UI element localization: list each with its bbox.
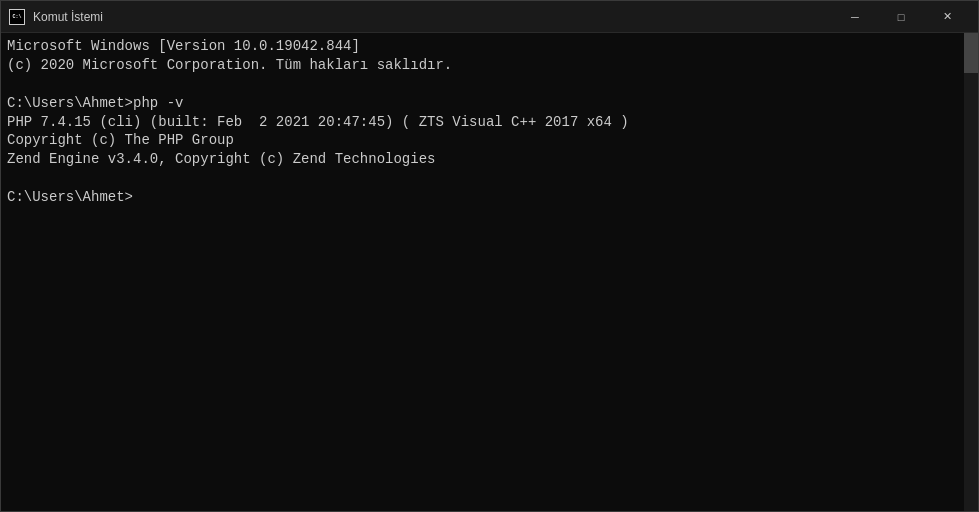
titlebar-left: Komut İstemi <box>9 9 103 25</box>
titlebar: Komut İstemi ─ □ ✕ <box>1 1 978 33</box>
maximize-button[interactable]: □ <box>878 1 924 33</box>
window-title: Komut İstemi <box>33 10 103 24</box>
terminal-output: Microsoft Windows [Version 10.0.19042.84… <box>7 37 972 207</box>
cmd-icon <box>9 9 25 25</box>
cmd-window: Komut İstemi ─ □ ✕ Microsoft Windows [Ve… <box>0 0 979 512</box>
titlebar-controls: ─ □ ✕ <box>832 1 970 33</box>
terminal-body[interactable]: Microsoft Windows [Version 10.0.19042.84… <box>1 33 978 511</box>
cmd-logo <box>9 9 25 25</box>
close-button[interactable]: ✕ <box>924 1 970 33</box>
scrollbar[interactable] <box>964 33 978 511</box>
minimize-button[interactable]: ─ <box>832 1 878 33</box>
scrollbar-thumb[interactable] <box>964 33 978 73</box>
